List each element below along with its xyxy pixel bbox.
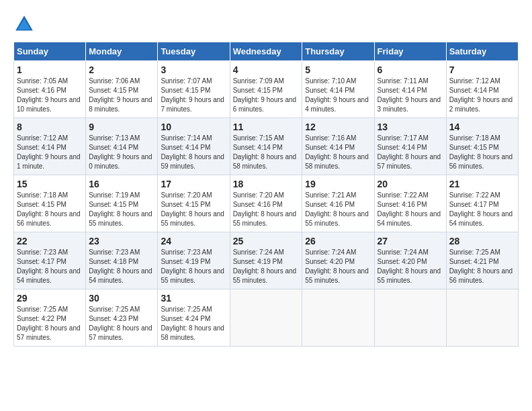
day-detail: Sunrise: 7:23 AM Sunset: 4:18 PM Dayligh… [89, 248, 154, 285]
day-number: 27 [378, 236, 443, 246]
day-of-week-header: Thursday [302, 42, 374, 61]
day-of-week-header: Saturday [446, 42, 518, 61]
calendar-day-cell: 3 Sunrise: 7:07 AM Sunset: 4:15 PM Dayli… [158, 61, 230, 118]
day-number: 16 [89, 179, 154, 189]
day-number: 10 [161, 122, 226, 132]
logo-icon [13, 13, 35, 35]
calendar-week-row: 22 Sunrise: 7:23 AM Sunset: 4:17 PM Dayl… [14, 232, 519, 289]
day-detail: Sunrise: 7:21 AM Sunset: 4:16 PM Dayligh… [305, 191, 371, 228]
day-detail: Sunrise: 7:18 AM Sunset: 4:15 PM Dayligh… [17, 191, 83, 228]
calendar-day-cell: 9 Sunrise: 7:13 AM Sunset: 4:14 PM Dayli… [86, 118, 158, 175]
day-number: 31 [161, 293, 226, 304]
logo [13, 13, 38, 35]
day-detail: Sunrise: 7:10 AM Sunset: 4:14 PM Dayligh… [305, 77, 371, 114]
calendar-day-cell: 24 Sunrise: 7:23 AM Sunset: 4:19 PM Dayl… [158, 232, 230, 289]
calendar-day-cell: 11 Sunrise: 7:15 AM Sunset: 4:14 PM Dayl… [230, 118, 302, 175]
calendar-day-cell: 15 Sunrise: 7:18 AM Sunset: 4:15 PM Dayl… [14, 175, 86, 232]
day-of-week-header: Wednesday [230, 42, 302, 61]
calendar-week-row: 29 Sunrise: 7:25 AM Sunset: 4:22 PM Dayl… [14, 289, 519, 347]
day-of-week-header: Sunday [14, 42, 86, 61]
day-detail: Sunrise: 7:14 AM Sunset: 4:14 PM Dayligh… [161, 134, 226, 171]
day-detail: Sunrise: 7:19 AM Sunset: 4:15 PM Dayligh… [89, 191, 154, 228]
calendar-day-cell: 26 Sunrise: 7:24 AM Sunset: 4:20 PM Dayl… [302, 232, 374, 289]
calendar-day-cell [446, 289, 518, 347]
day-detail: Sunrise: 7:20 AM Sunset: 4:16 PM Dayligh… [233, 191, 300, 228]
day-number: 11 [233, 122, 300, 132]
day-detail: Sunrise: 7:25 AM Sunset: 4:24 PM Dayligh… [161, 305, 226, 342]
calendar-day-cell: 29 Sunrise: 7:25 AM Sunset: 4:22 PM Dayl… [14, 289, 86, 347]
day-number: 4 [233, 64, 300, 75]
day-number: 17 [161, 179, 226, 189]
day-number: 2 [89, 64, 154, 75]
day-number: 30 [89, 293, 154, 304]
day-detail: Sunrise: 7:18 AM Sunset: 4:15 PM Dayligh… [449, 134, 515, 171]
day-number: 23 [89, 236, 154, 246]
calendar-day-cell: 25 Sunrise: 7:24 AM Sunset: 4:19 PM Dayl… [230, 232, 302, 289]
day-number: 8 [17, 122, 83, 132]
calendar-week-row: 1 Sunrise: 7:05 AM Sunset: 4:16 PM Dayli… [14, 61, 519, 118]
day-detail: Sunrise: 7:13 AM Sunset: 4:14 PM Dayligh… [89, 134, 154, 171]
day-detail: Sunrise: 7:12 AM Sunset: 4:14 PM Dayligh… [17, 134, 83, 171]
calendar-day-cell [230, 289, 302, 347]
calendar-day-cell: 2 Sunrise: 7:06 AM Sunset: 4:15 PM Dayli… [86, 61, 158, 118]
day-detail: Sunrise: 7:16 AM Sunset: 4:14 PM Dayligh… [305, 134, 371, 171]
calendar-day-cell [302, 289, 374, 347]
calendar-day-cell: 19 Sunrise: 7:21 AM Sunset: 4:16 PM Dayl… [302, 175, 374, 232]
day-number: 19 [305, 179, 371, 189]
calendar-day-cell: 7 Sunrise: 7:12 AM Sunset: 4:14 PM Dayli… [446, 61, 518, 118]
day-detail: Sunrise: 7:20 AM Sunset: 4:15 PM Dayligh… [161, 191, 226, 228]
day-of-week-header: Tuesday [158, 42, 230, 61]
day-number: 9 [89, 122, 154, 132]
calendar-week-row: 15 Sunrise: 7:18 AM Sunset: 4:15 PM Dayl… [14, 175, 519, 232]
calendar-day-cell: 13 Sunrise: 7:17 AM Sunset: 4:14 PM Dayl… [374, 118, 446, 175]
calendar-day-cell: 20 Sunrise: 7:22 AM Sunset: 4:16 PM Dayl… [374, 175, 446, 232]
day-detail: Sunrise: 7:23 AM Sunset: 4:19 PM Dayligh… [161, 248, 226, 285]
day-detail: Sunrise: 7:24 AM Sunset: 4:20 PM Dayligh… [305, 248, 371, 285]
calendar-table: SundayMondayTuesdayWednesdayThursdayFrid… [13, 42, 519, 347]
day-detail: Sunrise: 7:09 AM Sunset: 4:15 PM Dayligh… [233, 77, 300, 114]
day-detail: Sunrise: 7:25 AM Sunset: 4:21 PM Dayligh… [449, 248, 515, 285]
day-number: 26 [305, 236, 371, 246]
calendar-day-cell: 1 Sunrise: 7:05 AM Sunset: 4:16 PM Dayli… [14, 61, 86, 118]
day-number: 12 [305, 122, 371, 132]
day-number: 29 [17, 293, 83, 304]
calendar-day-cell: 8 Sunrise: 7:12 AM Sunset: 4:14 PM Dayli… [14, 118, 86, 175]
day-detail: Sunrise: 7:12 AM Sunset: 4:14 PM Dayligh… [449, 77, 515, 114]
calendar-day-cell: 16 Sunrise: 7:19 AM Sunset: 4:15 PM Dayl… [86, 175, 158, 232]
day-detail: Sunrise: 7:22 AM Sunset: 4:16 PM Dayligh… [378, 191, 443, 228]
day-detail: Sunrise: 7:24 AM Sunset: 4:19 PM Dayligh… [233, 248, 300, 285]
day-number: 14 [449, 122, 515, 132]
calendar-day-cell: 6 Sunrise: 7:11 AM Sunset: 4:14 PM Dayli… [374, 61, 446, 118]
day-number: 7 [449, 64, 515, 75]
day-detail: Sunrise: 7:06 AM Sunset: 4:15 PM Dayligh… [89, 77, 154, 114]
day-detail: Sunrise: 7:23 AM Sunset: 4:17 PM Dayligh… [17, 248, 83, 285]
calendar-day-cell [374, 289, 446, 347]
calendar-day-cell: 12 Sunrise: 7:16 AM Sunset: 4:14 PM Dayl… [302, 118, 374, 175]
day-number: 3 [161, 64, 226, 75]
calendar-day-cell: 18 Sunrise: 7:20 AM Sunset: 4:16 PM Dayl… [230, 175, 302, 232]
day-detail: Sunrise: 7:25 AM Sunset: 4:22 PM Dayligh… [17, 305, 83, 342]
calendar-day-cell: 23 Sunrise: 7:23 AM Sunset: 4:18 PM Dayl… [86, 232, 158, 289]
day-detail: Sunrise: 7:17 AM Sunset: 4:14 PM Dayligh… [378, 134, 443, 171]
calendar-body: 1 Sunrise: 7:05 AM Sunset: 4:16 PM Dayli… [14, 61, 519, 347]
day-number: 21 [449, 179, 515, 189]
calendar-day-cell: 14 Sunrise: 7:18 AM Sunset: 4:15 PM Dayl… [446, 118, 518, 175]
day-number: 28 [449, 236, 515, 246]
day-number: 1 [17, 64, 83, 75]
header-row: SundayMondayTuesdayWednesdayThursdayFrid… [14, 42, 519, 61]
day-number: 15 [17, 179, 83, 189]
calendar-day-cell: 5 Sunrise: 7:10 AM Sunset: 4:14 PM Dayli… [302, 61, 374, 118]
day-detail: Sunrise: 7:11 AM Sunset: 4:14 PM Dayligh… [378, 77, 443, 114]
day-detail: Sunrise: 7:07 AM Sunset: 4:15 PM Dayligh… [161, 77, 226, 114]
day-detail: Sunrise: 7:15 AM Sunset: 4:14 PM Dayligh… [233, 134, 300, 171]
day-detail: Sunrise: 7:24 AM Sunset: 4:20 PM Dayligh… [378, 248, 443, 285]
day-number: 25 [233, 236, 300, 246]
day-detail: Sunrise: 7:25 AM Sunset: 4:23 PM Dayligh… [89, 305, 154, 342]
day-number: 20 [378, 179, 443, 189]
calendar-day-cell: 17 Sunrise: 7:20 AM Sunset: 4:15 PM Dayl… [158, 175, 230, 232]
day-number: 18 [233, 179, 300, 189]
day-number: 6 [378, 64, 443, 75]
calendar-day-cell: 27 Sunrise: 7:24 AM Sunset: 4:20 PM Dayl… [374, 232, 446, 289]
day-detail: Sunrise: 7:22 AM Sunset: 4:17 PM Dayligh… [449, 191, 515, 228]
day-detail: Sunrise: 7:05 AM Sunset: 4:16 PM Dayligh… [17, 77, 83, 114]
